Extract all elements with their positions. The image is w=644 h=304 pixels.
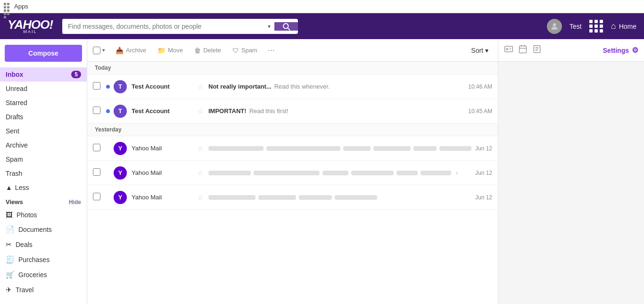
sender-avatar: T [114,80,127,93]
sender-name: Test Account [132,83,198,90]
move-label: Move [168,47,183,54]
sidebar-spam-label: Spam [6,156,23,163]
search-icon [282,22,290,31]
purchases-label: Purchases [18,256,50,263]
sidebar-inbox-label: Inbox [6,71,23,78]
blurred-text-6 [421,171,451,175]
calendar-icon[interactable] [518,44,528,56]
sidebar-less-toggle[interactable]: ▲ Less [0,181,87,195]
star-icon[interactable]: ☆ [198,107,204,115]
expand-thread-arrow[interactable]: › [456,170,458,176]
search-input[interactable] [62,19,264,34]
contact-card-icon[interactable] [504,44,513,56]
delete-button[interactable]: 🗑 Delete [190,44,226,57]
vcard-icon-svg [504,44,513,54]
apps-bar: Apps [0,0,644,13]
search-dropdown-button[interactable]: ▾ [264,23,274,30]
sidebar-starred-label: Starred [6,99,27,107]
email-checkbox-1 [93,82,102,91]
archive-icon: 📥 [116,47,124,54]
star-icon[interactable]: ☆ [198,145,204,152]
select-dropdown-chevron[interactable]: ▾ [102,47,105,53]
email-list: Today T Test Account ☆ Not really import… [87,62,498,304]
email-checkbox-2 [93,107,102,115]
email-4-checkbox[interactable] [93,168,100,176]
more-options-button[interactable]: ··· [264,45,279,55]
home-label: Home [619,23,636,30]
blurred-preview [254,171,320,175]
email-1-checkbox[interactable] [93,82,100,90]
svg-rect-5 [520,46,527,53]
email-2-checkbox[interactable] [93,107,100,114]
home-button[interactable]: ⌂ Home [611,21,636,31]
notepad-icon[interactable] [532,44,542,56]
sidebar-item-purchases[interactable]: 🧾 Purchases [0,252,87,267]
email-subject: IMPORTANT! [208,107,247,115]
email-row[interactable]: Y Yahoo Mail ☆ Jun 12 [87,136,498,161]
sidebar-item-documents[interactable]: 📄 Documents [0,222,87,237]
travel-icon: ✈ [6,286,12,294]
email-checkbox-4 [93,168,102,177]
blurred-preview [266,146,340,151]
email-time: Jun 12 [471,145,492,152]
sidebar-item-starred[interactable]: Starred [0,96,87,110]
email-3-checkbox[interactable] [93,144,100,151]
chevron-up-icon: ▲ [6,184,12,191]
compose-button[interactable]: Compose [5,45,82,62]
star-icon[interactable]: ☆ [198,83,204,90]
sidebar-item-travel[interactable]: ✈ Travel [0,282,87,297]
sidebar-item-drafts[interactable]: Drafts [0,110,87,124]
travel-label: Travel [16,286,33,294]
star-icon[interactable]: ☆ [198,194,204,201]
sidebar-item-photos[interactable]: 🖼 Photos [0,207,87,222]
archive-button[interactable]: 📥 Archive [111,44,151,57]
search-button[interactable] [274,22,298,31]
sidebar-archive-label: Archive [6,141,28,149]
sidebar-item-inbox[interactable]: Inbox 5 [0,67,87,82]
spam-label: Spam [241,47,257,54]
email-row[interactable]: Y Yahoo Mail ☆ Jun 12 [87,185,498,210]
spam-button[interactable]: 🛡 Spam [228,44,262,57]
email-content-blurred: › [208,170,471,176]
sort-chevron-icon: ▾ [485,47,488,54]
settings-button[interactable]: Settings ⚙ [603,46,638,55]
sender-avatar: T [114,105,127,118]
right-panel-content [498,62,644,304]
blurred-text-4 [351,171,394,175]
email-5-checkbox[interactable] [93,193,100,200]
sidebar-item-sent[interactable]: Sent [0,124,87,138]
sender-name: Yahoo Mail [132,145,198,152]
blurred-text-5 [396,171,418,175]
star-icon[interactable]: ☆ [198,169,204,177]
sidebar-item-groceries[interactable]: 🛒 Groceries [0,267,87,282]
avatar[interactable] [547,19,562,34]
views-section: Views Hide [0,195,87,207]
sidebar-nav: Inbox 5 Unread Starred Drafts Sent Archi… [0,67,87,181]
move-button[interactable]: 📁 Move [153,44,188,57]
sidebar-item-unread[interactable]: Unread [0,82,87,96]
apps-waffle-icon[interactable] [589,20,603,33]
blurred-subject [208,146,264,151]
sort-button[interactable]: Sort ▾ [467,45,492,56]
photos-label: Photos [17,211,37,219]
email-row[interactable]: Y Yahoo Mail ☆ › Jun 12 [87,161,498,185]
email-area: ▾ 📥 Archive 📁 Move 🗑 Delete 🛡 Spam ··· S… [87,39,498,304]
sidebar-item-spam[interactable]: Spam [0,152,87,166]
settings-label: Settings [603,47,629,54]
sidebar-sent-label: Sent [6,127,19,135]
sidebar-item-archive[interactable]: Archive [0,138,87,152]
sender-name: Test Account [132,107,198,115]
deals-label: Deals [16,241,33,248]
sender-name: Yahoo Mail [132,169,198,176]
unread-dot [106,85,110,89]
svg-point-4 [506,48,508,49]
views-hide-button[interactable]: Hide [69,199,81,205]
email-row[interactable]: T Test Account ☆ Not really important...… [87,74,498,99]
delete-label: Delete [203,47,221,54]
sidebar-item-trash[interactable]: Trash [0,166,87,181]
sidebar-item-deals[interactable]: ✂ Deals [0,237,87,252]
views-label: Views [6,198,23,205]
select-all-checkbox[interactable] [93,47,100,54]
inbox-badge: 5 [71,71,81,78]
email-row[interactable]: T Test Account ☆ IMPORTANT! Read this fi… [87,99,498,123]
